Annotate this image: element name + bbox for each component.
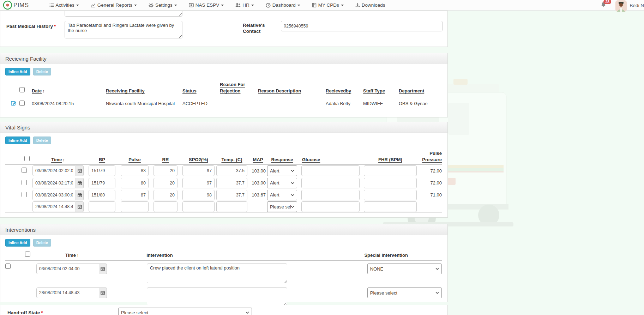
column-header-intervention[interactable]: Intervention (146, 253, 173, 258)
delete-button[interactable]: Delete (33, 68, 51, 75)
nav-item-hr[interactable]: HR (235, 2, 254, 8)
glucose-input[interactable] (301, 165, 360, 176)
column-header-bp[interactable]: BP (99, 157, 105, 162)
calendar-button[interactable] (76, 190, 84, 200)
column-header-map[interactable]: MAP (253, 157, 263, 162)
time-input[interactable] (32, 165, 76, 176)
past-medical-history-textarea[interactable]: Tab Paracetamol and Ringers Lactate were… (65, 21, 182, 38)
temp-input[interactable] (216, 201, 247, 212)
response-select[interactable]: Please sel (267, 201, 297, 212)
response-select[interactable]: Alert (267, 190, 297, 200)
clipped-history-textarea[interactable] (65, 11, 182, 17)
temp-input[interactable] (216, 178, 247, 188)
bp-input[interactable] (89, 178, 115, 188)
calendar-button[interactable] (99, 263, 107, 274)
pulse-input[interactable] (121, 178, 149, 188)
spo2-input[interactable] (182, 178, 215, 188)
column-header-pulse[interactable]: Pulse (128, 157, 141, 162)
rr-input[interactable] (154, 190, 177, 200)
nav-item-my-cpds[interactable]: MY CPDs (312, 2, 344, 8)
row-checkbox[interactable] (22, 168, 27, 173)
rr-input[interactable] (154, 201, 177, 212)
response-select[interactable]: Alert (267, 178, 297, 188)
nav-item-dashboard[interactable]: Dashboard (266, 2, 300, 8)
time-input[interactable] (36, 287, 99, 298)
time-input[interactable] (32, 201, 76, 212)
delete-button[interactable]: Delete (33, 137, 51, 144)
delete-button[interactable]: Delete (33, 239, 51, 247)
fhr-input[interactable] (364, 165, 417, 176)
row-checkbox[interactable] (5, 263, 11, 269)
intervention-textarea[interactable] (147, 287, 287, 306)
column-header-temp[interactable]: Temp. (C) (222, 157, 242, 162)
column-header-rr[interactable]: RR (162, 157, 169, 162)
pulse-input[interactable] (121, 190, 149, 200)
spo2-input[interactable] (182, 201, 215, 212)
column-header-date[interactable]: Date (32, 88, 42, 93)
rr-input[interactable] (154, 178, 177, 188)
column-header-spo2[interactable]: SPO2(%) (189, 157, 208, 162)
calendar-button[interactable] (76, 165, 84, 176)
temp-input[interactable] (216, 165, 247, 176)
column-header-reason-description[interactable]: Reason Description (258, 88, 301, 93)
pulse-input[interactable] (121, 201, 149, 212)
column-header-reason-for-rejection[interactable]: Reason For Rejection (220, 82, 245, 93)
column-header-status[interactable]: Status (182, 88, 197, 93)
rr-input[interactable] (154, 165, 177, 176)
column-header-facility[interactable]: Receiving Facility (106, 88, 145, 93)
column-header-time[interactable]: Time (51, 157, 62, 162)
temp-input[interactable] (216, 190, 247, 200)
special-intervention-select[interactable]: NONE (367, 263, 442, 274)
handoff-state-select[interactable]: Please select (118, 308, 252, 315)
nav-item-general-reports[interactable]: General Reports (91, 2, 137, 8)
bp-input[interactable] (89, 165, 115, 176)
column-header-pulse-pressure[interactable]: Pulse Pressure (422, 151, 442, 162)
notifications-button[interactable]: 28 (601, 2, 606, 9)
nav-item-settings[interactable]: Settings (149, 2, 177, 8)
row-checkbox[interactable] (22, 192, 27, 197)
glucose-input[interactable] (301, 201, 360, 212)
bp-input[interactable] (89, 190, 115, 200)
spo2-input[interactable] (182, 190, 215, 200)
column-header-department[interactable]: Department (399, 88, 424, 93)
inline-add-button[interactable]: Inline Add (5, 239, 30, 247)
edit-row-icon[interactable] (11, 100, 17, 107)
inline-add-button[interactable]: Inline Add (5, 137, 30, 144)
nav-item-activities[interactable]: Activities (49, 2, 79, 8)
column-header-receivedby[interactable]: Recievedby (326, 88, 351, 93)
inline-add-button[interactable]: Inline Add (5, 68, 30, 75)
column-header-staff-type[interactable]: Staff Type (363, 88, 385, 93)
column-header-fhr[interactable]: FHR (BPM) (378, 157, 402, 162)
row-checkbox[interactable] (19, 101, 25, 106)
row-checkbox[interactable] (22, 180, 27, 185)
select-all-checkbox[interactable] (19, 87, 25, 92)
glucose-input[interactable] (301, 178, 360, 188)
relatives-contact-input[interactable] (281, 21, 443, 31)
time-input[interactable] (32, 190, 76, 200)
fhr-input[interactable] (364, 178, 417, 188)
pulse-input[interactable] (121, 165, 149, 176)
select-all-checkbox[interactable] (25, 252, 30, 257)
calendar-button[interactable] (76, 178, 84, 188)
intervention-textarea[interactable]: Crew placed the client on left lateral p… (147, 263, 287, 283)
time-input[interactable] (32, 178, 76, 188)
column-header-response[interactable]: Response (271, 157, 293, 162)
column-header-time[interactable]: Time (65, 253, 76, 258)
nav-item-downloads[interactable]: Downloads (355, 2, 385, 8)
time-input[interactable] (36, 263, 99, 274)
fhr-input[interactable] (364, 190, 417, 200)
nav-item-nas-espv[interactable]: NAS ESPV (189, 2, 224, 8)
response-select[interactable]: Alert (267, 165, 297, 176)
brand[interactable]: PIMS (3, 0, 29, 10)
select-all-checkbox[interactable] (24, 156, 30, 161)
calendar-button[interactable] (76, 201, 84, 212)
spo2-input[interactable] (182, 165, 215, 176)
column-header-glucose[interactable]: Glucose (302, 157, 320, 162)
column-header-special-intervention[interactable]: Special Intervention (364, 253, 408, 258)
fhr-input[interactable] (364, 201, 417, 212)
calendar-button[interactable] (99, 287, 107, 298)
avatar[interactable] (615, 0, 627, 12)
special-intervention-select[interactable]: Please select (367, 287, 442, 298)
glucose-input[interactable] (301, 190, 360, 200)
bp-input[interactable] (89, 201, 115, 212)
